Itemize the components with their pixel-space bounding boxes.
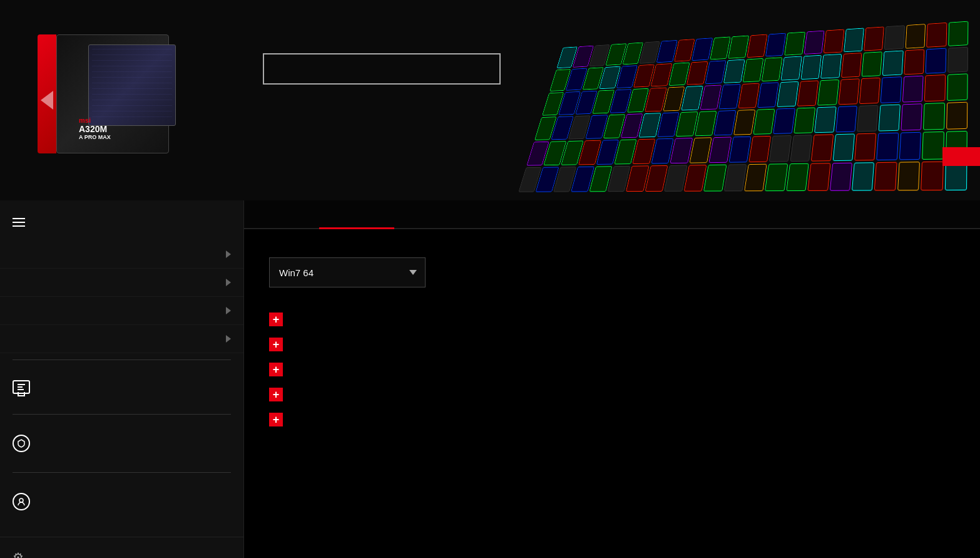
driver-item-2[interactable]: + bbox=[269, 363, 955, 376]
tab-bios[interactable] bbox=[244, 200, 319, 228]
driver-item-4[interactable]: + bbox=[269, 413, 955, 426]
register-now-button[interactable] bbox=[942, 147, 980, 166]
tab-manual[interactable] bbox=[394, 200, 469, 228]
expand-icon: + bbox=[269, 313, 283, 326]
expand-icon: + bbox=[269, 363, 283, 376]
settings-icon[interactable]: ⚙ bbox=[13, 550, 29, 558]
sidebar-item-faq[interactable] bbox=[0, 269, 243, 297]
svg-rect-0 bbox=[18, 384, 25, 385]
svg-rect-2 bbox=[18, 389, 24, 390]
sidebar-contact[interactable] bbox=[0, 479, 243, 524]
find-product-input[interactable] bbox=[263, 53, 501, 85]
svg-point-3 bbox=[19, 499, 23, 502]
prev-arrow[interactable] bbox=[41, 91, 53, 110]
product-image: msi A320M A PRO MAX bbox=[38, 31, 213, 169]
sidebar-divider bbox=[13, 359, 231, 360]
chevron-right-icon bbox=[226, 251, 231, 258]
main-layout: ⚙ Win7 64 Win10 64 Win8.1 64 Win7 32 bbox=[0, 200, 980, 558]
svg-rect-1 bbox=[18, 386, 23, 388]
sidebar-warranty[interactable] bbox=[0, 421, 243, 466]
tab-driver[interactable] bbox=[319, 200, 394, 228]
driver-item-1[interactable]: + bbox=[269, 338, 955, 351]
chevron-right-icon bbox=[226, 279, 231, 286]
contact-icon bbox=[13, 493, 30, 510]
sidebar-divider-3 bbox=[13, 472, 231, 473]
sidebar-specifications[interactable] bbox=[0, 366, 243, 408]
hero-content bbox=[263, 38, 501, 85]
os-select[interactable]: Win7 64 Win10 64 Win8.1 64 Win7 32 bbox=[269, 257, 426, 287]
hamburger-icon bbox=[13, 218, 25, 227]
expand-icon: + bbox=[269, 338, 283, 351]
sidebar-item-compatibility[interactable] bbox=[0, 325, 243, 353]
chevron-right-icon bbox=[226, 307, 231, 314]
expand-icon: + bbox=[269, 413, 283, 426]
driver-item-0[interactable]: + bbox=[269, 313, 955, 326]
specifications-icon bbox=[13, 380, 30, 394]
expand-icon: + bbox=[269, 388, 283, 401]
sidebar-products-service[interactable] bbox=[0, 200, 243, 240]
os-select-wrapper: Win7 64 Win10 64 Win8.1 64 Win7 32 bbox=[269, 257, 426, 287]
keyboard-background: const colors = ['','key-r','key-g','key-… bbox=[506, 9, 980, 200]
tab-emi[interactable] bbox=[544, 200, 620, 228]
hero-section: const colors = ['','key-r','key-g','key-… bbox=[0, 0, 980, 200]
sidebar-divider-2 bbox=[13, 414, 231, 415]
sidebar-item-download[interactable] bbox=[0, 240, 243, 269]
tabs-bar bbox=[244, 200, 980, 229]
chevron-right-icon bbox=[226, 335, 231, 343]
sidebar-item-ask-question[interactable] bbox=[0, 297, 243, 325]
driver-item-3[interactable]: + bbox=[269, 388, 955, 401]
driver-content: Win7 64 Win10 64 Win8.1 64 Win7 32 + + + bbox=[244, 229, 980, 445]
warranty-icon bbox=[13, 435, 30, 452]
sidebar: ⚙ bbox=[0, 200, 244, 558]
tab-utility[interactable] bbox=[469, 200, 544, 228]
driver-list: + + + + + bbox=[269, 313, 955, 426]
content-area: Win7 64 Win10 64 Win8.1 64 Win7 32 + + + bbox=[244, 200, 980, 558]
